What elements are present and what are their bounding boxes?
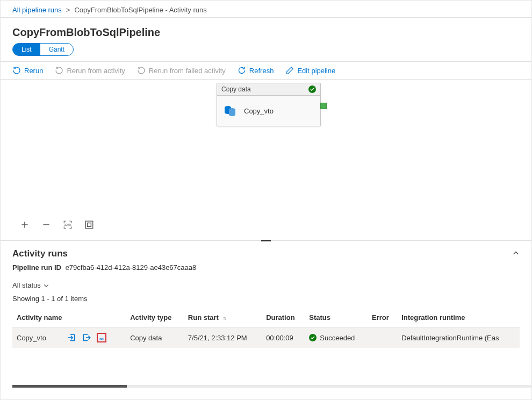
output-details-button[interactable] (82, 333, 91, 342)
col-activity-name[interactable]: Activity name (12, 308, 126, 327)
cell-status: Succeeded (320, 334, 355, 342)
cell-duration: 00:00:09 (262, 327, 305, 348)
chevron-up-icon (512, 249, 520, 257)
svg-point-6 (99, 338, 101, 340)
pipeline-canvas[interactable]: Copy data Copy_vto 100% (1, 80, 531, 241)
cell-activity-type: Copy data (126, 327, 184, 348)
svg-rect-4 (85, 221, 93, 228)
breadcrumb: All pipeline runs > CopyFromBlobToSqlPip… (1, 1, 531, 18)
rerun-icon (12, 66, 21, 75)
col-integration-runtime[interactable]: Integration runtime (397, 308, 520, 327)
cell-run-start: 7/5/21, 2:33:12 PM (184, 327, 262, 348)
breadcrumb-separator: > (66, 6, 70, 14)
view-toggle: List Gantt (12, 43, 74, 56)
activity-card-name: Copy_vto (244, 107, 274, 115)
database-icon (224, 104, 236, 117)
sort-icon: ↑↓ (223, 315, 226, 321)
rerun-label: Rerun (24, 67, 43, 75)
refresh-button[interactable]: Refresh (238, 66, 274, 75)
svg-point-7 (102, 338, 103, 340)
col-status[interactable]: Status (305, 308, 368, 327)
col-activity-type[interactable]: Activity type (126, 308, 184, 327)
activity-output-handle[interactable] (320, 103, 327, 109)
toolbar: Rerun Rerun from activity Rerun from fai… (1, 61, 531, 80)
svg-rect-5 (88, 223, 91, 227)
section-collapse-button[interactable] (512, 249, 520, 259)
refresh-label: Refresh (249, 67, 274, 75)
pencil-icon (285, 66, 294, 75)
horizontal-scrollbar[interactable] (12, 385, 531, 388)
cell-activity-name: Copy_vto (17, 334, 46, 342)
status-filter-dropdown[interactable]: All status (12, 281, 520, 289)
activity-card[interactable]: Copy data Copy_vto (217, 83, 321, 126)
zoom-out-button[interactable] (41, 220, 51, 230)
rerun-from-failed-button: Rerun from failed activity (137, 66, 226, 75)
breadcrumb-root-link[interactable]: All pipeline runs (12, 6, 62, 14)
edit-pipeline-label: Edit pipeline (297, 67, 335, 75)
showing-count: Showing 1 - 1 of 1 items (12, 295, 520, 303)
view-toggle-list[interactable]: List (13, 44, 40, 55)
view-toggle-gantt[interactable]: Gantt (40, 44, 73, 55)
success-check-icon (309, 334, 317, 341)
svg-text:100%: 100% (64, 223, 71, 226)
breadcrumb-current: CopyFromBlobToSqlPipeline - Activity run… (74, 6, 206, 14)
zoom-fit-button[interactable] (84, 220, 94, 230)
page-title: CopyFromBlobToSqlPipeline (1, 18, 531, 43)
rerun-from-activity-button: Rerun from activity (55, 66, 125, 75)
rerun-failed-icon (137, 66, 146, 75)
zoom-controls: 100% (20, 220, 94, 230)
details-glasses-button[interactable] (97, 333, 106, 342)
col-run-start-label: Run start (188, 313, 219, 322)
edit-pipeline-button[interactable]: Edit pipeline (285, 66, 335, 75)
chevron-down-icon (43, 282, 49, 289)
zoom-reset-button[interactable]: 100% (63, 220, 73, 230)
splitter-handle[interactable] (261, 240, 271, 241)
table-row[interactable]: Copy_vto (12, 327, 520, 348)
status-filter-label: All status (12, 281, 41, 289)
pipeline-run-id-row: Pipeline run ID e79cfba6-412d-412a-8129-… (12, 263, 520, 272)
section-title: Activity runs (12, 248, 68, 259)
activity-runs-section: Activity runs Pipeline run ID e79cfba6-4… (1, 241, 531, 348)
col-duration[interactable]: Duration (262, 308, 305, 327)
rerun-failed-label: Rerun from failed activity (149, 67, 226, 75)
output-icon (82, 333, 91, 342)
cell-runtime: DefaultIntegrationRuntime (Eas (397, 327, 520, 348)
cell-error (368, 327, 397, 348)
glasses-icon (99, 336, 104, 341)
rerun-button[interactable]: Rerun (12, 66, 43, 75)
refresh-icon (238, 66, 246, 75)
input-icon (67, 333, 76, 342)
rerun-activity-icon (55, 66, 63, 75)
activity-card-type: Copy data (221, 85, 251, 93)
activity-runs-table: Activity name Activity type Run start ↑↓… (12, 308, 520, 348)
rerun-activity-label: Rerun from activity (67, 67, 125, 75)
success-check-icon (308, 85, 316, 93)
col-error[interactable]: Error (368, 308, 397, 327)
run-id-label: Pipeline run ID (12, 263, 61, 272)
col-run-start[interactable]: Run start ↑↓ (184, 308, 262, 327)
input-details-button[interactable] (67, 333, 76, 342)
zoom-in-button[interactable] (20, 220, 30, 230)
run-id-value: e79cfba6-412d-412a-8129-ae43e67caaa8 (66, 263, 197, 272)
